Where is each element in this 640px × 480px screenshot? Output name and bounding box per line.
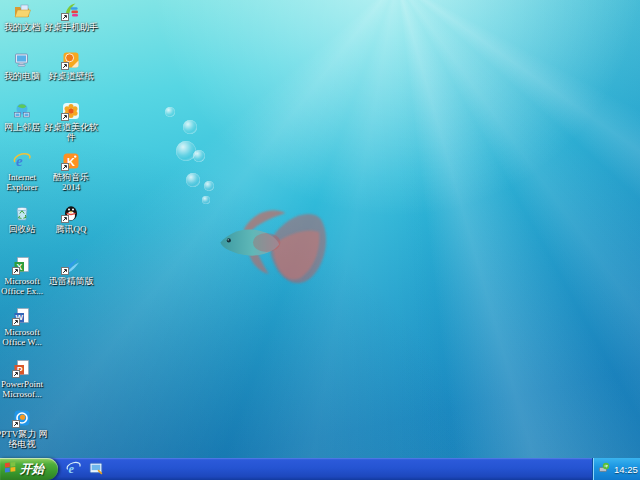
excel-icon: X [13, 256, 31, 274]
thunder-bird-icon [62, 256, 80, 274]
betta-fish-wallpaper-art [212, 190, 338, 295]
windows-logo-icon [4, 461, 17, 477]
start-button[interactable]: 开始 [0, 458, 58, 480]
quick-launch-bar: e [66, 461, 104, 476]
word-icon: W [13, 307, 31, 325]
shortcut-arrow-badge [61, 267, 69, 275]
ie-quicklaunch-icon[interactable]: e [66, 461, 81, 476]
desktop-icon-thunder-lite[interactable]: 迅雷精简版 [43, 256, 99, 286]
icon-label-line2: Office Ex... [0, 286, 50, 296]
desktop[interactable]: 我的文档 我的电脑 网上邻居 [0, 0, 640, 480]
bubble [186, 173, 200, 187]
icon-label: PowerPoint [0, 379, 50, 389]
show-desktop-icon[interactable] [89, 461, 104, 476]
powerpoint-icon: P [13, 359, 31, 377]
bubble [202, 196, 210, 204]
icon-label: 迅雷精简版 [43, 276, 99, 286]
shortcut-arrow-badge [12, 318, 20, 326]
icon-label-line2: 络电视 [0, 439, 50, 449]
icon-label-line2: Microsof... [0, 389, 50, 399]
safely-remove-hardware-icon[interactable] [598, 460, 610, 478]
desktop-icon-haozhuodao-wallpaper[interactable]: 好桌道壁纸 [43, 51, 99, 81]
taskbar-clock[interactable]: 14:25 [614, 464, 638, 475]
icon-label: 好桌道美化软 [43, 122, 99, 132]
icon-label-line2: 2014 [43, 182, 99, 192]
recycle-bin-icon [13, 204, 31, 222]
internet-explorer-icon: e [13, 152, 31, 170]
network-globe-icon [13, 102, 31, 120]
wallpaper-app-icon [62, 51, 80, 69]
desktop-icon-word[interactable]: W MicrosoftOffice W... [0, 307, 50, 347]
qq-penguin-icon [62, 204, 80, 222]
shortcut-arrow-badge [12, 420, 20, 428]
bubble [193, 150, 205, 162]
desktop-icon-powerpoint[interactable]: P PowerPointMicrosof... [0, 359, 50, 399]
desktop-icon-kugou-music[interactable]: K 酷狗音乐2014 [43, 152, 99, 192]
shortcut-arrow-badge [61, 215, 69, 223]
icon-label: 好桌道壁纸 [43, 71, 99, 81]
shortcut-arrow-badge [12, 267, 20, 275]
my-computer-icon [13, 51, 31, 69]
icon-label: PPTV聚力 网 [0, 429, 50, 439]
system-tray[interactable]: 14:25 [592, 458, 640, 480]
start-button-label: 开始 [20, 461, 44, 478]
icon-label: Microsoft [0, 327, 50, 337]
icon-label-line2: Office W... [0, 337, 50, 347]
desktop-icon-tencent-qq[interactable]: 腾讯QQ [43, 204, 99, 234]
icon-label: 腾讯QQ [43, 224, 99, 234]
icon-label: 好桌手机助手 [43, 22, 99, 32]
my-documents-icon [13, 2, 31, 20]
shortcut-arrow-badge [61, 13, 69, 21]
phone-assistant-icon [62, 2, 80, 20]
shortcut-arrow-badge [61, 113, 69, 121]
bubble [165, 107, 175, 117]
icon-label-line2: 件 [43, 132, 99, 142]
kugou-music-icon: K [62, 152, 80, 170]
taskbar[interactable]: 开始 e [0, 458, 640, 480]
shortcut-arrow-badge [61, 163, 69, 171]
desktop-icon-haozhuo-phone-assistant[interactable]: 好桌手机助手 [43, 2, 99, 32]
icon-label: 酷狗音乐 [43, 172, 99, 182]
desktop-icon-haozhuodao-beautify[interactable]: 好桌道美化软件 [43, 102, 99, 142]
shortcut-arrow-badge [61, 62, 69, 70]
flower-beautify-icon [62, 102, 80, 120]
pptv-icon [13, 409, 31, 427]
bubble [183, 120, 197, 134]
shortcut-arrow-badge [12, 370, 20, 378]
desktop-icon-pptv[interactable]: PPTV聚力 网络电视 [0, 409, 50, 449]
